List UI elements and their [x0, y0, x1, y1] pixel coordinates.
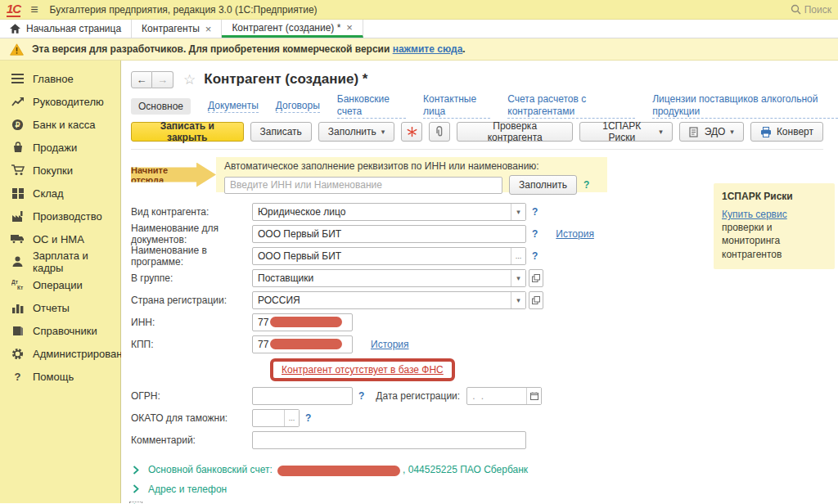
open-item-button[interactable] [529, 291, 543, 309]
sidebar-item-label: Продажи [33, 142, 77, 154]
nav-alcohol-licenses[interactable]: Лицензии поставщиков алкогольной продукц… [652, 93, 838, 119]
country-combobox[interactable]: РОССИЯ ▾ [252, 291, 526, 309]
fields-area: Вид контрагента: Юридическое лицо ▾ ? На… [131, 200, 704, 504]
close-icon[interactable]: × [346, 22, 353, 33]
buy-service-link[interactable]: Купить сервис [722, 209, 787, 220]
kpp-visible-digits: 77 [258, 339, 268, 350]
sidebar-item-reports[interactable]: Отчеты [0, 296, 120, 319]
attachment-button[interactable] [429, 122, 450, 142]
sidebar-item-purchases[interactable]: Покупки [0, 159, 120, 182]
name-docs-input[interactable]: ООО Первый БИТ [252, 225, 526, 243]
global-search[interactable]: Поиск [791, 4, 831, 16]
tab-home[interactable]: Начальная страница [0, 20, 132, 38]
sidebar-item-directories[interactable]: Справочники [0, 319, 120, 342]
history-link[interactable]: История [371, 339, 409, 350]
calendar-icon[interactable] [526, 388, 541, 404]
fill-dropdown-button[interactable]: Заполнить▾ [318, 122, 394, 142]
section-bank-account[interactable]: Основной банковский счет: , 044525225 ПА… [131, 461, 704, 479]
sidebar-item-os-nma[interactable]: ОС и НМА [0, 227, 120, 250]
ellipsis-button[interactable]: ... [511, 248, 525, 264]
nav-contact-persons[interactable]: Контактные лица [423, 93, 490, 119]
reg-date-input[interactable]: . . [466, 387, 542, 405]
sidebar-item-bank-cash[interactable]: ₽ Банк и касса [0, 113, 120, 136]
nav-osnovnoe[interactable]: Основное [131, 98, 191, 115]
section-label: Адрес и телефон [148, 484, 227, 495]
chevron-down-icon[interactable]: ▾ [511, 292, 525, 308]
fns-missing-link[interactable]: Контрагент отсутствует в базе ФНС [282, 364, 444, 376]
svg-text:₽: ₽ [16, 120, 20, 128]
sidebar-item-label: Главное [33, 73, 74, 85]
sidebar-item-main[interactable]: Главное [0, 67, 120, 90]
chevron-down-icon[interactable]: ▾ [511, 270, 525, 286]
inn-input[interactable]: 77 [252, 313, 353, 331]
comment-text-input[interactable] [253, 432, 525, 448]
ogrn-text-input[interactable] [253, 388, 352, 404]
sidebar-item-salary-hr[interactable]: Зарплата и кадры [0, 250, 120, 273]
okato-text-input[interactable] [253, 410, 284, 426]
section-address-phone[interactable]: Адрес и телефон [131, 479, 704, 498]
help-icon[interactable]: ? [583, 179, 589, 191]
save-button[interactable]: Записать [250, 122, 312, 142]
spark-risks-button[interactable]: 1СПАРК Риски▾ [579, 122, 672, 142]
field-okato: ОКАТО для таможни: ... ? [131, 407, 704, 429]
check-contractor-button[interactable]: Проверка контрагента [457, 122, 573, 142]
start-here-label: Начните отсюда [131, 165, 216, 185]
field-label: Наименование для документов: [131, 223, 252, 245]
sidebar-item-help[interactable]: ? Помощь [0, 365, 120, 388]
close-icon[interactable]: × [205, 24, 212, 34]
chevron-down-icon: ▾ [730, 128, 734, 136]
okato-input[interactable]: ... [252, 409, 300, 427]
ogrn-input[interactable] [252, 387, 353, 405]
inn-name-search-input[interactable] [224, 177, 502, 194]
back-button[interactable]: ← [131, 71, 152, 88]
favorite-star-icon[interactable]: ☆ [183, 71, 196, 88]
help-icon[interactable]: ? [305, 412, 311, 424]
kpp-input[interactable]: 77 [252, 335, 353, 353]
fill-label: Заполнить [328, 126, 376, 137]
envelope-button[interactable]: Конверт [750, 122, 823, 142]
sidebar-item-administration[interactable]: Администрирование [0, 342, 120, 365]
field-label: КПП: [131, 339, 252, 350]
bag-icon [11, 141, 25, 154]
help-icon[interactable]: ? [532, 228, 538, 240]
edo-button[interactable]: ЭДО▾ [679, 122, 744, 142]
spark-asterisk-button[interactable] [401, 122, 422, 142]
inn-visible-digits: 77 [258, 317, 268, 328]
main-menu-icon[interactable]: ≡ [30, 2, 38, 17]
sidebar-item-sales[interactable]: Продажи [0, 136, 120, 159]
chevron-down-icon[interactable]: ▾ [511, 204, 525, 220]
autofill-fill-button[interactable]: Заполнить [509, 175, 577, 195]
ellipsis-button[interactable]: ... [284, 410, 299, 426]
history-link[interactable]: История [556, 228, 594, 240]
open-item-button[interactable] [529, 269, 543, 287]
main-content: ← → ☆ Контрагент (создание) * Основное Д… [121, 61, 838, 503]
group-combobox[interactable]: Поставщики ▾ [252, 269, 526, 287]
help-icon[interactable]: ? [532, 250, 538, 262]
help-icon[interactable]: ? [532, 206, 538, 218]
nav-dogovory[interactable]: Договоры [276, 100, 320, 113]
sidebar-item-warehouse[interactable]: Склад [0, 182, 120, 205]
nav-dokumenty[interactable]: Документы [208, 100, 259, 113]
open-in-new-icon [532, 274, 540, 282]
kind-combobox[interactable]: Юридическое лицо ▾ [252, 203, 526, 221]
tab-kontragent-create[interactable]: Контрагент (создание) * × [222, 20, 363, 38]
question-icon: ? [11, 370, 25, 383]
kpp-redaction [270, 339, 342, 349]
tab-kontragenty[interactable]: Контрагенты × [132, 20, 222, 38]
nav-settlement-accounts[interactable]: Счета расчетов с контрагентами [507, 93, 635, 119]
comment-input[interactable] [252, 431, 526, 449]
save-and-close-button[interactable]: Записать и закрыть [131, 122, 244, 142]
svg-text:Кт: Кт [17, 285, 23, 290]
dt-kt-icon: ДтКт [11, 278, 25, 291]
sidebar-item-production[interactable]: Производство [0, 205, 120, 227]
name-app-input[interactable]: ООО Первый БИТ ... [252, 247, 526, 265]
forward-button[interactable]: → [152, 71, 173, 88]
nav-bank-accounts[interactable]: Банковские счета [337, 93, 406, 119]
buy-commercial-link[interactable]: нажмите сюда [393, 43, 463, 55]
section-contact-person[interactable]: Контактное лицо [131, 498, 704, 504]
paperclip-icon [435, 126, 444, 137]
warning-icon [10, 43, 24, 56]
help-icon[interactable]: ? [358, 390, 364, 402]
sidebar-item-manager[interactable]: Руководителю [0, 90, 120, 113]
sidebar-item-operations[interactable]: ДтКт Операции [0, 273, 120, 296]
